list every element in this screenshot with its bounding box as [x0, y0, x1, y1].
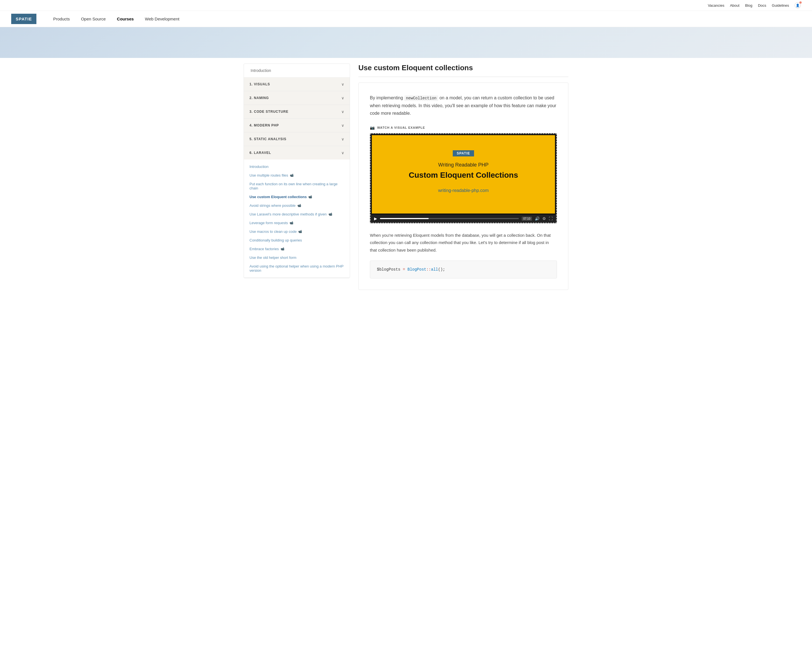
page-title: Use custom Eloquent collections [359, 64, 568, 77]
video-main-title: Custom Eloquent Collections [409, 171, 518, 180]
sidebar-item-old-helper[interactable]: Use the old helper short form [250, 256, 344, 260]
main-nav: Products Open Source Courses Web Develop… [53, 14, 179, 23]
nav-docs[interactable]: Docs [758, 3, 766, 8]
camera-icon: 📷 [370, 125, 375, 130]
accordion-header-visuals[interactable]: 1. VISUALS ∨ [244, 77, 350, 91]
list-item: Embrace factories 📹 [244, 245, 350, 253]
fullscreen-icon[interactable]: ⛶ [549, 216, 553, 221]
accordion-header-naming[interactable]: 2. NAMING ∨ [244, 91, 350, 105]
notification-badge [799, 2, 802, 3]
sidebar-item-introduction[interactable]: Introduction [250, 165, 344, 169]
video-icon: 📹 [298, 230, 302, 233]
user-icon[interactable]: 👤 [795, 2, 801, 8]
accordion-modern-php: 4. MODERN PHP ∨ [244, 119, 350, 132]
nav-about[interactable]: About [730, 3, 739, 8]
video-icon: 📹 [308, 195, 312, 199]
hero-banner [0, 27, 812, 58]
list-item: Introduction [244, 162, 350, 171]
nav-products[interactable]: Products [53, 14, 70, 23]
video-icon: 📹 [289, 221, 293, 225]
list-item: Use multiple routes files 📹 [244, 171, 350, 180]
video-label-text: WATCH A VISUAL EXAMPLE [377, 126, 425, 129]
nav-courses[interactable]: Courses [117, 14, 134, 23]
sidebar-item-eloquent-collections[interactable]: Use custom Eloquent collections 📹 [250, 195, 344, 199]
laravel-sub-items: Introduction Use multiple routes files 📹… [244, 160, 350, 278]
sidebar-item-factories[interactable]: Embrace factories 📹 [250, 247, 344, 251]
content-intro: By implementing newCollection on a model… [370, 94, 557, 117]
video-section: 📷 WATCH A VISUAL EXAMPLE SPATIE Writing … [370, 125, 557, 223]
video-control-icons: 🔊 ⚙ ⛶ [535, 216, 553, 221]
code-var: $blogPosts [377, 267, 400, 272]
code-double-colon: :: [426, 267, 431, 272]
video-container: SPATIE Writing Readable PHP Custom Eloqu… [370, 133, 557, 223]
logo[interactable]: SPATIE [11, 14, 36, 24]
sidebar-item-avoid-strings[interactable]: Avoid strings where possible 📹 [250, 203, 344, 208]
content-card: By implementing newCollection on a model… [359, 82, 568, 290]
code-operator: = [403, 267, 407, 272]
chevron-icon-static-analysis: ∨ [341, 137, 344, 141]
chevron-icon-naming: ∨ [341, 96, 344, 100]
accordion-naming: 2. NAMING ∨ [244, 91, 350, 105]
intro-text-before-code: By implementing [370, 96, 404, 100]
video-controls[interactable]: ▶ 07:10 🔊 ⚙ ⛶ [371, 214, 556, 223]
nav-open-source[interactable]: Open Source [81, 14, 106, 23]
chevron-icon-visuals: ∨ [341, 82, 344, 86]
sidebar-intro-label: Introduction [244, 64, 350, 77]
page-layout: Introduction 1. VISUALS ∨ 2. NAMING ∨ 3.… [238, 58, 574, 295]
sidebar-item-function-chain[interactable]: Put each function on its own line when c… [250, 182, 344, 190]
list-item: Use macros to clean up code 📹 [244, 227, 350, 236]
sidebar-item-multiple-routes[interactable]: Use multiple routes files 📹 [250, 173, 344, 177]
accordion-code-structure: 3. CODE STRUCTURE ∨ [244, 105, 350, 119]
main-content: Use custom Eloquent collections By imple… [359, 64, 568, 290]
video-icon: 📹 [328, 213, 332, 216]
list-item: Use the old helper short form [244, 253, 350, 262]
play-button[interactable]: ▶ [374, 216, 377, 221]
nav-vacancies[interactable]: Vacancies [708, 3, 724, 8]
list-item: Use custom Eloquent collections 📹 [244, 193, 350, 201]
header-main: SPATIE Products Open Source Courses Web … [0, 11, 812, 27]
volume-icon[interactable]: 🔊 [535, 216, 539, 221]
header-top: Vacancies About Blog Docs Guidelines 👤 [0, 0, 812, 11]
accordion-header-static-analysis[interactable]: 5. STATIC ANALYSIS ∨ [244, 132, 350, 146]
sidebar-item-optional-helper[interactable]: Avoid using the optional helper when usi… [250, 264, 344, 272]
list-item: Avoid strings where possible 📹 [244, 201, 350, 210]
nav-web-development[interactable]: Web Development [145, 14, 179, 23]
progress-bar[interactable] [380, 218, 519, 219]
accordion-visuals: 1. VISUALS ∨ [244, 77, 350, 91]
video-brand-badge: SPATIE [453, 150, 474, 157]
list-item: Use Laravel's more descriptive methods i… [244, 210, 350, 219]
accordion-title-code-structure: 3. CODE STRUCTURE [250, 110, 288, 114]
accordion-header-laravel[interactable]: 6. LARAVEL ∨ [244, 146, 350, 160]
video-icon: 📹 [290, 173, 294, 177]
accordion-static-analysis: 5. STATIC ANALYSIS ∨ [244, 132, 350, 146]
sidebar-item-queries[interactable]: Conditionally building up queries [250, 238, 344, 242]
content-body: When you're retrieving Eloquent models f… [370, 232, 557, 254]
video-time: 07:10 [522, 217, 532, 221]
nav-blog[interactable]: Blog [745, 3, 752, 8]
list-item: Leverage form requests 📹 [244, 219, 350, 227]
video-icon: 📹 [298, 204, 301, 207]
sidebar-item-macros[interactable]: Use macros to clean up code 📹 [250, 229, 344, 234]
chevron-icon-laravel: ∨ [341, 150, 344, 155]
accordion-header-modern-php[interactable]: 4. MODERN PHP ∨ [244, 119, 350, 132]
video-website: writing-readable-php.com [438, 188, 489, 193]
accordion-header-code-structure[interactable]: 3. CODE STRUCTURE ∨ [244, 105, 350, 119]
accordion-title-static-analysis: 5. STATIC ANALYSIS [250, 137, 286, 141]
sidebar-item-form-requests[interactable]: Leverage form requests 📹 [250, 221, 344, 225]
chevron-icon-modern-php: ∨ [341, 123, 344, 128]
list-item: Avoid using the optional helper when usi… [244, 262, 350, 275]
code-parentheses: (); [438, 267, 445, 272]
accordion-title-visuals: 1. VISUALS [250, 82, 270, 86]
nav-guidelines[interactable]: Guidelines [772, 3, 789, 8]
list-item: Conditionally building up queries [244, 236, 350, 245]
code-method: all [431, 267, 438, 272]
settings-icon[interactable]: ⚙ [542, 216, 546, 221]
code-class: BlogPost [407, 267, 426, 272]
video-label: 📷 WATCH A VISUAL EXAMPLE [370, 125, 557, 130]
accordion-title-naming: 2. NAMING [250, 96, 269, 100]
accordion-title-laravel: 6. LARAVEL [250, 151, 271, 155]
chevron-icon-code-structure: ∨ [341, 109, 344, 114]
list-item: Put each function on its own line when c… [244, 180, 350, 193]
sidebar-item-descriptive-methods[interactable]: Use Laravel's more descriptive methods i… [250, 212, 344, 216]
video-icon: 📹 [281, 247, 284, 251]
